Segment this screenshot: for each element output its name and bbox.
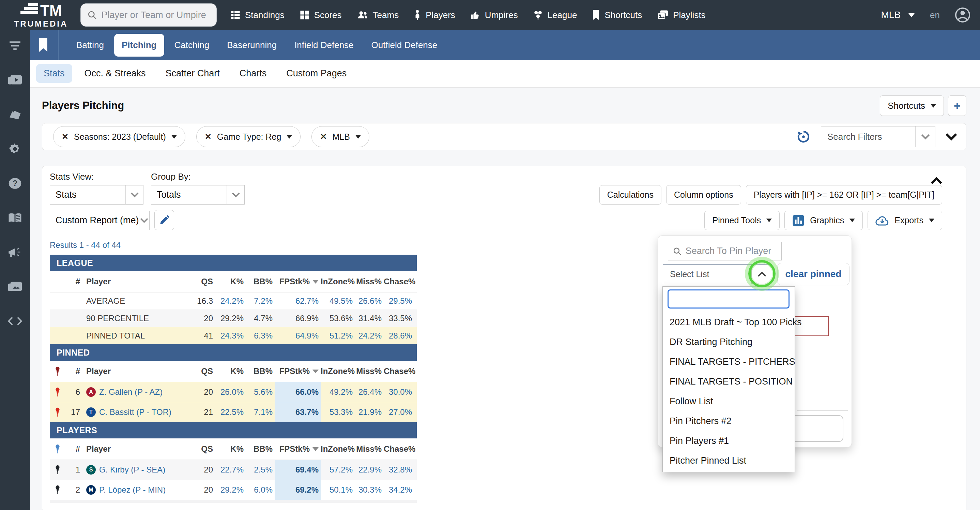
col-header-rank[interactable]: #	[66, 367, 82, 376]
col-header-bb[interactable]: BB%	[246, 444, 275, 454]
col-header-bb[interactable]: BB%	[246, 277, 275, 286]
col-header-fpstk-sorted[interactable]: FPStk%	[275, 367, 321, 376]
pin-player-search[interactable]	[668, 242, 782, 260]
tab-charts[interactable]: Charts	[232, 64, 274, 83]
tab-scatter-chart[interactable]: Scatter Chart	[158, 64, 227, 83]
trumedia-logo[interactable]: TM TRUMEDIA	[7, 2, 75, 29]
calculations-button[interactable]: Calculations	[600, 185, 662, 204]
col-header-qs[interactable]: QS	[191, 277, 215, 286]
clear-pinned-link[interactable]: clear pinned	[786, 269, 842, 279]
nav-playlists[interactable]: Playlists	[657, 10, 705, 21]
filter-history-icon[interactable]	[796, 129, 811, 144]
global-search-input[interactable]	[102, 10, 210, 21]
settings-gear-icon[interactable]	[8, 143, 22, 155]
tab-pitching[interactable]: Pitching	[114, 34, 164, 57]
video-playlist-icon[interactable]	[8, 74, 22, 86]
col-header-rank[interactable]: #	[66, 444, 82, 454]
filter-chip-game-type[interactable]: ✕ Game Type: Reg	[196, 126, 301, 147]
col-header-chase[interactable]: Chase%	[384, 444, 414, 454]
nav-league[interactable]: League	[533, 10, 577, 21]
panel-input-partial[interactable]	[787, 415, 843, 442]
pinned-tools-dropdown-button[interactable]: Pinned Tools	[704, 211, 780, 230]
tab-batting[interactable]: Batting	[69, 34, 111, 57]
stats-view-select[interactable]: Stats	[50, 185, 143, 204]
player-link[interactable]: A Z. Gallen (P - AZ)	[86, 387, 191, 397]
col-header-player[interactable]: Player	[82, 277, 191, 286]
shortcuts-dropdown-button[interactable]: Shortcuts	[880, 96, 944, 116]
nav-standings[interactable]: Standings	[230, 10, 285, 21]
media-gallery-icon[interactable]	[8, 280, 22, 293]
list-filter-input[interactable]	[673, 294, 787, 304]
list-option[interactable]: 2021 MLB Draft ~ Top 100 Picks	[663, 312, 795, 332]
tab-occ-streaks[interactable]: Occ. & Streaks	[77, 64, 153, 83]
sorted-value-cell[interactable]: 63.7%	[275, 402, 321, 422]
cards-stack-icon[interactable]	[8, 108, 22, 121]
pin-player-icon[interactable]	[54, 465, 61, 475]
col-header-k[interactable]: K%	[215, 367, 246, 376]
list-option[interactable]: Pitcher Pinned List	[663, 451, 795, 470]
search-filters-select[interactable]: Search Filters	[821, 126, 935, 147]
column-options-button[interactable]: Column options	[666, 185, 741, 204]
players-filter-button[interactable]: Players with [IP] >= 162 OR [IP] >= team…	[746, 185, 942, 204]
edit-report-button[interactable]	[154, 210, 174, 230]
add-shortcut-button[interactable]: +	[948, 96, 966, 116]
select-list-dropdown[interactable]: Select List	[663, 264, 772, 284]
language-indicator[interactable]: en	[930, 10, 940, 21]
code-icon[interactable]	[8, 315, 22, 327]
list-option[interactable]: FINAL TARGETS - POSITION	[663, 371, 795, 391]
col-header-k[interactable]: K%	[215, 444, 246, 454]
league-selector[interactable]: MLB	[881, 10, 915, 21]
group-by-select[interactable]: Totals	[151, 185, 245, 204]
col-header-player[interactable]: Player	[82, 444, 191, 454]
list-option[interactable]: DR Starting Pitching	[663, 332, 795, 352]
player-link[interactable]: T C. Bassitt (P - TOR)	[86, 407, 191, 417]
tab-baserunning[interactable]: Baserunning	[220, 34, 284, 57]
col-header-miss[interactable]: Miss%	[355, 367, 384, 376]
col-header-qs[interactable]: QS	[191, 444, 215, 454]
col-header-inzone[interactable]: InZone%	[321, 444, 355, 454]
list-option[interactable]: FINAL TARGETS - PITCHERS	[663, 352, 795, 371]
pin-player-search-input[interactable]	[686, 246, 776, 257]
announcements-icon[interactable]	[8, 246, 22, 258]
remove-filter-icon[interactable]: ✕	[62, 132, 68, 142]
exports-dropdown-button[interactable]: Exports	[867, 211, 942, 230]
unpin-icon[interactable]	[54, 387, 61, 397]
tab-infield-defense[interactable]: Infield Defense	[287, 34, 361, 57]
glossary-book-icon[interactable]	[8, 212, 22, 224]
custom-report-select[interactable]: Custom Report (me)	[50, 211, 150, 230]
col-header-miss[interactable]: Miss%	[355, 277, 384, 286]
filter-chip-mlb[interactable]: ✕ MLB	[312, 126, 369, 147]
pin-player-icon[interactable]	[54, 485, 61, 495]
list-filter-search[interactable]	[668, 289, 789, 309]
chevron-up-icon[interactable]	[751, 265, 772, 284]
col-header-bb[interactable]: BB%	[246, 367, 275, 376]
col-header-k[interactable]: K%	[215, 277, 246, 286]
account-avatar-icon[interactable]	[955, 7, 970, 23]
sorted-value-cell[interactable]: 66.0%	[275, 382, 321, 402]
unpin-icon[interactable]	[54, 407, 61, 417]
global-search[interactable]	[80, 3, 217, 27]
remove-filter-icon[interactable]: ✕	[205, 132, 212, 142]
tab-catching[interactable]: Catching	[167, 34, 217, 57]
col-header-miss[interactable]: Miss%	[355, 444, 384, 454]
list-option[interactable]: Follow List	[663, 391, 795, 411]
list-option[interactable]: Pin Players #1	[663, 431, 795, 451]
bookmark-icon[interactable]	[38, 38, 49, 52]
col-header-inzone[interactable]: InZone%	[321, 367, 355, 376]
nav-teams[interactable]: Teams	[357, 10, 399, 21]
tab-stats[interactable]: Stats	[36, 64, 72, 83]
player-link[interactable]: M P. López (P - MIN)	[86, 485, 191, 495]
graphics-dropdown-button[interactable]: Graphics	[784, 211, 863, 230]
collapse-panel-chevron-icon[interactable]	[931, 177, 942, 185]
sorted-value-cell[interactable]: 69.2%	[275, 480, 321, 500]
player-link[interactable]: S G. Kirby (P - SEA)	[86, 465, 191, 475]
list-option[interactable]: Pin Pitchers #2	[663, 411, 795, 431]
remove-filter-icon[interactable]: ✕	[320, 132, 327, 142]
col-header-fpstk-sorted[interactable]: FPStk%	[275, 444, 321, 454]
sorted-value-cell[interactable]: 69.4%	[275, 460, 321, 480]
nav-umpires[interactable]: Umpires	[470, 10, 518, 21]
tab-outfield-defense[interactable]: Outfield Defense	[364, 34, 445, 57]
nav-players[interactable]: Players	[414, 10, 455, 21]
col-header-chase[interactable]: Chase%	[384, 367, 414, 376]
collapse-filters-chevron-icon[interactable]	[946, 132, 957, 141]
